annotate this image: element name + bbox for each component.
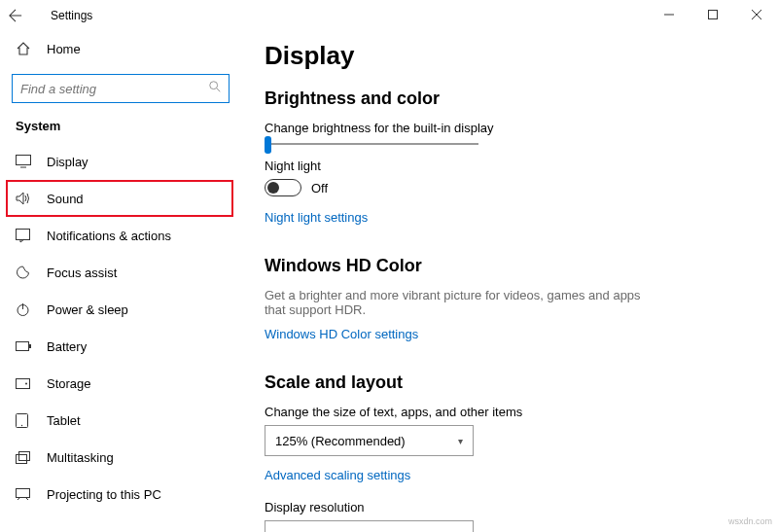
home-button[interactable]: Home [0,31,241,66]
sidebar-item-label: Power & sleep [47,302,128,317]
sidebar-item-storage[interactable]: Storage [0,365,241,402]
sidebar-item-label: Storage [47,376,91,391]
sidebar-item-label: Focus assist [47,266,117,280]
advanced-scaling-link[interactable]: Advanced scaling settings [265,468,410,482]
sidebar-item-sound[interactable]: Sound [6,180,233,217]
brightness-slider[interactable] [265,143,478,145]
toggle-knob [267,182,279,194]
resolution-dropdown[interactable]: 1920 × 1080 (Recommended) ▾ [265,520,474,532]
resolution-value: 1920 × 1080 (Recommended) [275,529,443,533]
night-light-settings-link[interactable]: Night light settings [265,210,368,225]
scale-heading: Scale and layout [265,372,755,393]
notifications-icon [16,229,33,243]
hd-color-desc: Get a brighter and more vibrant picture … [265,288,663,317]
brightness-slider-label: Change brightness for the built-in displ… [265,121,755,135]
watermark: wsxdn.com [728,516,772,526]
slider-thumb[interactable] [265,136,271,154]
hd-color-settings-link[interactable]: Windows HD Color settings [265,327,418,341]
brightness-heading: Brightness and color [265,89,755,109]
main-content: Display Brightness and color Change brig… [241,31,778,532]
window-title: Settings [51,9,92,22]
hd-color-heading: Windows HD Color [265,256,755,276]
close-button[interactable] [734,0,778,29]
sidebar-item-projecting[interactable]: Projecting to this PC [0,476,241,513]
projecting-icon [16,488,33,501]
category-heading: System [0,115,241,143]
sidebar-item-label: Tablet [47,413,81,428]
night-light-toggle[interactable] [265,179,301,196]
night-light-label: Night light [265,159,755,173]
sidebar-item-label: Projecting to this PC [47,487,161,502]
sidebar-item-label: Sound [47,192,84,206]
svg-point-14 [25,382,27,384]
multitasking-icon [16,451,33,464]
home-icon [16,41,33,56]
text-size-value: 125% (Recommended) [275,434,406,448]
battery-icon [16,341,33,351]
sidebar-item-label: Notifications & actions [47,229,171,243]
sidebar-item-focus-assist[interactable]: Focus assist [0,254,241,291]
sound-icon [16,192,33,205]
sidebar-item-display[interactable]: Display [0,143,241,180]
sidebar-item-tablet[interactable]: Tablet [0,402,241,439]
storage-icon [16,378,33,389]
svg-rect-1 [708,11,717,19]
sidebar-item-label: Battery [47,339,87,354]
focus-assist-icon [16,266,33,280]
svg-rect-18 [19,451,30,460]
sidebar-item-battery[interactable]: Battery [0,328,241,365]
svg-line-5 [217,89,221,92]
svg-rect-12 [29,344,31,348]
svg-rect-8 [17,229,30,239]
svg-rect-17 [17,454,27,463]
sidebar: Home System Display Sound Notifications … [0,31,241,532]
svg-point-4 [210,82,218,89]
minimize-button[interactable] [647,0,690,29]
search-input[interactable] [12,74,230,103]
text-size-label: Change the size of text, apps, and other… [265,405,755,419]
svg-rect-13 [17,378,30,388]
svg-rect-19 [17,488,30,497]
chevron-down-icon: ▾ [458,436,463,446]
sidebar-item-label: Multitasking [47,450,114,465]
svg-rect-6 [17,156,31,165]
svg-point-16 [21,424,22,425]
back-button[interactable] [0,0,31,31]
tablet-icon [16,413,33,428]
resolution-label: Display resolution [265,500,755,514]
sidebar-item-multitasking[interactable]: Multitasking [0,439,241,476]
page-title: Display [265,41,755,71]
sidebar-item-notifications[interactable]: Notifications & actions [0,217,241,254]
text-size-dropdown[interactable]: 125% (Recommended) ▾ [265,425,474,456]
home-label: Home [47,42,81,56]
night-light-state: Off [311,181,328,195]
power-icon [16,302,33,317]
svg-rect-11 [17,342,29,351]
maximize-button[interactable] [690,0,734,29]
sidebar-item-label: Display [47,155,88,169]
sidebar-item-power-sleep[interactable]: Power & sleep [0,291,241,328]
display-icon [16,155,33,168]
search-icon [208,80,222,93]
